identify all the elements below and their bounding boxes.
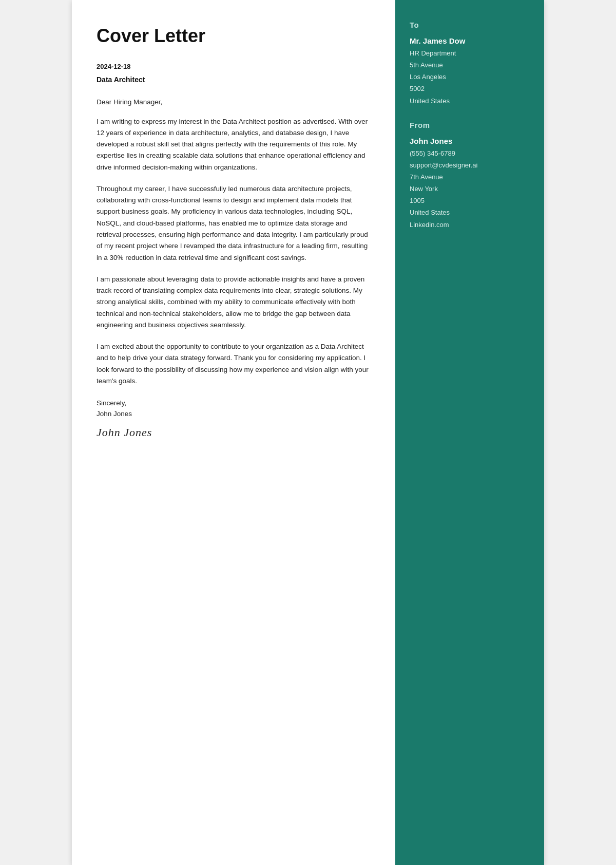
closing: Sincerely, [97, 399, 371, 407]
date: 2024-12-18 [97, 63, 371, 70]
sender-zip: 1005 [410, 196, 530, 206]
to-label: To [410, 21, 530, 29]
page: Cover Letter 2024-12-18 Data Architect D… [72, 0, 544, 865]
paragraph-4: I am excited about the opportunity to co… [97, 341, 371, 387]
paragraph-2: Throughout my career, I have successfull… [97, 183, 371, 264]
salutation: Dear Hiring Manager, [97, 98, 371, 106]
recipient-city: Los Angeles [410, 72, 530, 82]
from-label: From [410, 121, 530, 129]
sender-street: 7th Avenue [410, 172, 530, 182]
sender-website: Linkedin.com [410, 220, 530, 230]
recipient-country: United States [410, 96, 530, 106]
main-content: Cover Letter 2024-12-18 Data Architect D… [72, 0, 395, 865]
signature: John Jones [97, 426, 371, 439]
sidebar: To Mr. James Dow HR Department 5th Avenu… [395, 0, 544, 865]
sender-email: support@cvdesigner.ai [410, 160, 530, 171]
paragraph-3: I am passionate about leveraging data to… [97, 274, 371, 331]
sender-city: New York [410, 184, 530, 194]
job-title: Data Architect [97, 76, 371, 84]
paragraph-1: I am writing to express my interest in t… [97, 116, 371, 173]
sender-phone: (555) 345-6789 [410, 148, 530, 159]
recipient-zip: 5002 [410, 84, 530, 94]
sender-name: John Jones [410, 137, 530, 145]
sender-country: United States [410, 208, 530, 218]
page-title: Cover Letter [97, 26, 371, 46]
recipient-name: Mr. James Dow [410, 36, 530, 45]
recipient-department: HR Department [410, 48, 530, 59]
recipient-street: 5th Avenue [410, 60, 530, 70]
closing-name: John Jones [97, 410, 371, 418]
from-section: From John Jones (555) 345-6789 support@c… [410, 121, 530, 230]
